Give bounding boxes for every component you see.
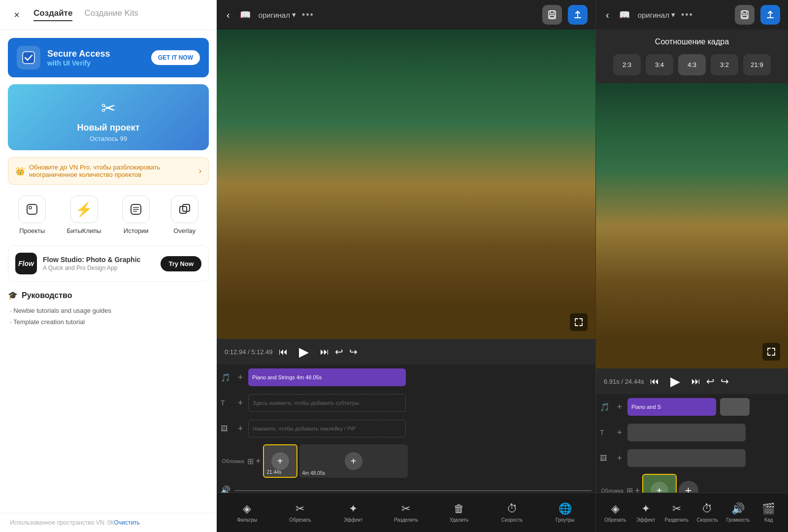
tool-crop[interactable]: ✂ Обрезать bbox=[287, 502, 313, 523]
grid-icon-left[interactable]: ⊞ bbox=[247, 457, 254, 466]
crop-icon-right: ◈ bbox=[611, 502, 620, 515]
add-subtitle-button-right[interactable]: + bbox=[614, 428, 625, 438]
add-music-button[interactable]: + bbox=[234, 372, 246, 383]
upload-button-right[interactable] bbox=[760, 5, 780, 25]
upload-button-left[interactable] bbox=[568, 5, 588, 25]
expand-button-left[interactable] bbox=[570, 313, 588, 331]
qa-beats[interactable]: ⚡ БитыКлипы bbox=[67, 196, 101, 234]
tool-speed-right[interactable]: ⏱ Скорость bbox=[694, 502, 720, 523]
skip-forward-button-right[interactable]: ⏭ bbox=[691, 376, 700, 387]
video-clip-2[interactable]: + 4m 48.05s bbox=[299, 444, 408, 478]
speed-label: Скорость bbox=[501, 517, 523, 523]
clip-add-1[interactable]: + bbox=[271, 452, 289, 470]
tool-crop-right[interactable]: ◈ Обрезать bbox=[602, 502, 628, 523]
split-label-right: Разделить bbox=[665, 517, 689, 523]
secure-banner-left: Secure Access with UI Verify bbox=[17, 46, 110, 69]
save-icon bbox=[547, 10, 557, 20]
add-sticker-button-right[interactable]: + bbox=[614, 453, 625, 464]
tool-volume-right[interactable]: 🔊 Громкость bbox=[725, 502, 751, 523]
tool-filters[interactable]: ◈ Фильтры bbox=[234, 502, 260, 523]
overlay-svg-icon bbox=[178, 202, 192, 216]
add-music-button-right[interactable]: + bbox=[614, 402, 625, 412]
tool-split-right[interactable]: ✂ Разделить bbox=[664, 502, 690, 523]
tool-frame-right[interactable]: 🎬 Кад bbox=[756, 502, 782, 523]
shield-check-icon bbox=[21, 50, 36, 65]
tool-growth[interactable]: 🌐 Гроутры bbox=[552, 502, 578, 523]
clean-link[interactable]: Очистить bbox=[114, 519, 140, 526]
add-track-button-right[interactable]: + bbox=[635, 486, 640, 493]
try-now-button[interactable]: Try Now bbox=[161, 256, 201, 271]
tool-speed[interactable]: ⏱ Скорость bbox=[499, 502, 525, 523]
add-track-button-left[interactable]: + bbox=[256, 456, 261, 466]
guide-item-2[interactable]: Template creation tutorial bbox=[10, 316, 209, 328]
clip-add-right-1[interactable]: + bbox=[651, 482, 668, 493]
bookmark-icon-right[interactable]: 📖 bbox=[617, 7, 632, 22]
tool-effect-right[interactable]: ✦ Эффект bbox=[633, 502, 658, 523]
aspect-2-3[interactable]: 2:3 bbox=[613, 54, 641, 75]
play-button-right[interactable]: ▶ bbox=[665, 371, 686, 392]
nav-dots-left[interactable]: ••• bbox=[302, 10, 314, 20]
add-sticker-button[interactable]: + bbox=[234, 424, 246, 434]
video-bg-left bbox=[217, 30, 595, 339]
skip-back-button-right[interactable]: ⏮ bbox=[650, 376, 659, 387]
guide-item-1[interactable]: Newbie tutorials and usage guides bbox=[10, 305, 209, 316]
save-icon-right bbox=[740, 10, 750, 20]
app-promo-info: Flow Studio: Photo & Graphic A Quick and… bbox=[43, 256, 140, 271]
add-subtitle-button[interactable]: + bbox=[234, 398, 246, 408]
upgrade-banner[interactable]: 👑 Обновите до VN Pro, чтобы разблокирова… bbox=[8, 157, 209, 185]
aspect-3-2[interactable]: 3:2 bbox=[711, 54, 738, 75]
sticker-block-left[interactable]: Нажмите, чтобы добавить наклейку / PiP bbox=[248, 420, 406, 437]
video-preview-right bbox=[596, 83, 788, 368]
new-project-card[interactable]: ✂ Новый проект Осталось 99 bbox=[8, 84, 209, 150]
secure-access-banner[interactable]: Secure Access with UI Verify GET IT NOW bbox=[8, 38, 209, 77]
skip-forward-button-left[interactable]: ⏭ bbox=[320, 347, 329, 357]
tab-bar: Создайте Создание Kits bbox=[33, 8, 138, 21]
aspect-4-3[interactable]: 4:3 bbox=[678, 54, 706, 75]
subtitle-block-right[interactable] bbox=[627, 424, 746, 441]
redo-button-right[interactable]: ↪ bbox=[721, 375, 729, 387]
tool-split[interactable]: ✂ Разделить bbox=[393, 502, 419, 523]
play-button-left[interactable]: ▶ bbox=[294, 341, 314, 362]
qa-overlay[interactable]: Overlay bbox=[171, 196, 198, 234]
tab-create[interactable]: Создайте bbox=[33, 8, 72, 21]
speed-label-right: Скорость bbox=[697, 517, 718, 523]
tool-effect[interactable]: ✦ Эффект bbox=[340, 502, 366, 523]
get-it-now-button[interactable]: GET IT NOW bbox=[151, 50, 200, 65]
bookmark-icon-left[interactable]: 📖 bbox=[238, 7, 253, 22]
grid-icon-right[interactable]: ⊞ bbox=[626, 486, 633, 493]
aspect-21-9[interactable]: 21:9 bbox=[743, 54, 771, 75]
close-button[interactable]: × bbox=[10, 8, 24, 22]
video-clips-left: + 21.44s + 4m 48.05s bbox=[263, 444, 591, 478]
clip-add-2[interactable]: + bbox=[345, 452, 362, 470]
video-clip-1[interactable]: + 21.44s bbox=[263, 444, 297, 478]
redo-button-left[interactable]: ↪ bbox=[349, 346, 358, 358]
qa-projects[interactable]: Проекты bbox=[18, 196, 46, 234]
undo-button-right[interactable]: ↩ bbox=[706, 375, 715, 387]
add-clip-button-right[interactable]: + bbox=[679, 481, 698, 493]
skip-back-button-left[interactable]: ⏮ bbox=[279, 347, 288, 357]
editor-back-button-right[interactable]: ‹ bbox=[604, 7, 611, 23]
left-footer: Использованное пространство VN: 0КОчисти… bbox=[0, 513, 217, 532]
sticker-block-right[interactable] bbox=[627, 449, 746, 467]
app-promo-left: Flow Flow Studio: Photo & Graphic A Quic… bbox=[15, 253, 140, 274]
volume-bar-left[interactable] bbox=[234, 490, 591, 491]
tool-delete[interactable]: 🗑 Удалить bbox=[446, 502, 472, 523]
undo-button-left[interactable]: ↩ bbox=[335, 346, 343, 358]
editor-back-button[interactable]: ‹ bbox=[225, 7, 232, 23]
video-clip-right-1[interactable]: + 21.44s bbox=[642, 474, 677, 493]
flow-app-logo: Flow bbox=[15, 253, 37, 274]
subtitle-block-left[interactable]: Здесь нажмите, чтобы добавить субтитры bbox=[248, 394, 406, 412]
aspect-3-4[interactable]: 3:4 bbox=[646, 54, 673, 75]
timeline-right[interactable]: 🎵 + Piano and S T + 🖼 + Обложка ⊞ + bbox=[596, 394, 788, 493]
svg-rect-11 bbox=[550, 15, 555, 18]
qa-stories[interactable]: Истории bbox=[122, 196, 150, 234]
quick-actions: Проекты ⚡ БитыКлипы Истории bbox=[8, 192, 209, 238]
expand-button-right[interactable] bbox=[762, 343, 780, 361]
music-block-right[interactable]: Piano and S bbox=[627, 398, 716, 416]
save-button-left[interactable] bbox=[542, 5, 562, 25]
tab-kits[interactable]: Создание Kits bbox=[84, 8, 138, 21]
music-block-left[interactable]: Piano and Strings 4m 48.05s bbox=[248, 368, 406, 386]
nav-dots-right[interactable]: ••• bbox=[681, 10, 693, 20]
timeline-left[interactable]: 🎵 + Piano and Strings 4m 48.05s T + Здес… bbox=[217, 365, 595, 493]
save-button-right[interactable] bbox=[735, 5, 755, 25]
